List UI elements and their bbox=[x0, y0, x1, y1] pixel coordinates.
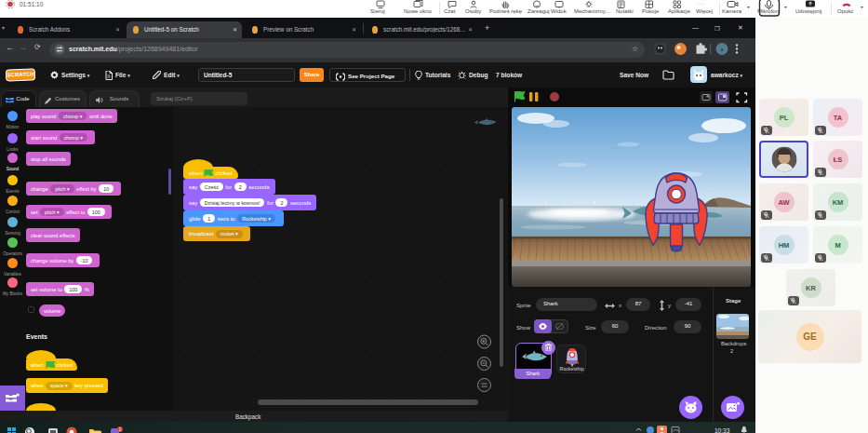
svg-text:10:33: 10:33 bbox=[714, 427, 730, 433]
